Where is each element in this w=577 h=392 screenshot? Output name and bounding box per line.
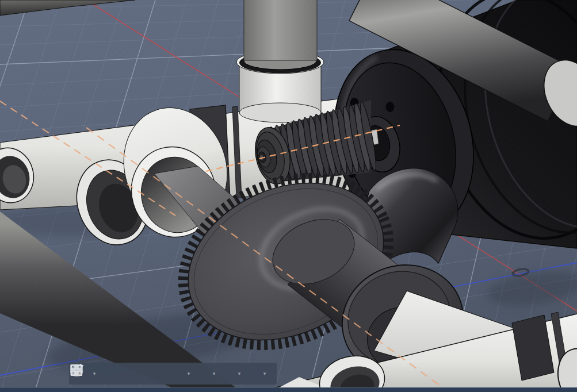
display-settings-button[interactable]	[192, 364, 210, 383]
chevron-down-icon[interactable]: ▾	[211, 364, 217, 383]
viewport-canvas[interactable]	[0, 0, 577, 392]
chevron-down-icon[interactable]: ▾	[185, 364, 192, 383]
look-at-button[interactable]	[98, 364, 116, 383]
pan-button[interactable]	[121, 364, 139, 383]
viewports-button[interactable]	[243, 364, 261, 383]
grid-and-snaps-button[interactable]	[217, 364, 235, 383]
navigation-toolbar: ▾▾▾▾▾	[69, 363, 277, 385]
zoom-button[interactable]	[144, 364, 162, 383]
chevron-down-icon[interactable]: ▾	[261, 364, 268, 383]
bolt-hole	[386, 102, 395, 112]
frame-tube-vertical-post	[236, 0, 324, 122]
fit-button[interactable]	[167, 364, 185, 383]
chevron-down-icon[interactable]: ▾	[236, 364, 243, 383]
cad-viewport[interactable]: ▾▾▾▾▾	[0, 0, 577, 392]
timeline-edge-strip	[0, 387, 577, 392]
chevron-down-icon[interactable]: ▾	[91, 364, 98, 383]
